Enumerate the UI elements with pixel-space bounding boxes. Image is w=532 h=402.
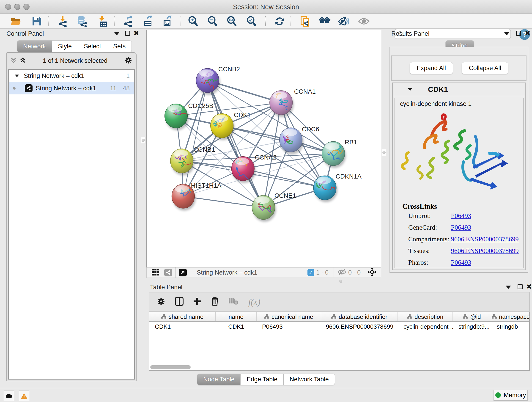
houses-icon[interactable]: [318, 16, 331, 27]
delete-table-icon[interactable]: [228, 298, 238, 306]
create-column-icon[interactable]: [193, 297, 202, 307]
birds-eye-icon[interactable]: [367, 268, 377, 278]
network-share-icon[interactable]: [164, 269, 172, 276]
column-header-canonical-name[interactable]: canonical name: [257, 312, 321, 321]
float-panel-icon[interactable]: [125, 31, 130, 36]
right-splitter-handle[interactable]: [382, 149, 386, 156]
crosslink-link[interactable]: P06493: [451, 224, 471, 231]
collapse-all-button[interactable]: Collapse All: [462, 62, 508, 74]
float-panel-icon[interactable]: [518, 284, 523, 289]
crosslink-row: Compartments:9606.ENSP00000378699: [408, 235, 523, 243]
export-image-icon[interactable]: [161, 16, 174, 27]
hide-selected-eye-icon[interactable]: [337, 16, 350, 27]
cloud-button[interactable]: [4, 390, 14, 401]
float-panel-icon[interactable]: [516, 31, 521, 36]
panel-menu-icon[interactable]: [114, 32, 120, 35]
table-settings-gear-icon[interactable]: [157, 297, 165, 307]
close-panel-icon[interactable]: ✖: [133, 31, 139, 36]
crosslinks-list: Uniprot:P06493GeneCard:P06493Compartment…: [394, 212, 523, 266]
close-panel-icon[interactable]: ✖: [525, 31, 530, 36]
tree-expand-icon[interactable]: [15, 75, 19, 77]
table-row[interactable]: CDK1CDK1P064939606.ENSP00000378699cyclin…: [149, 322, 529, 332]
network-row[interactable]: String Network – cdk1 11 48: [9, 82, 134, 95]
column-header-description[interactable]: description: [398, 312, 453, 321]
open-in-window-icon[interactable]: [179, 269, 187, 276]
grid-view-icon[interactable]: [152, 268, 160, 277]
expand-all-button[interactable]: Expand All: [410, 62, 453, 74]
table-toolbar: f(x): [149, 292, 530, 312]
delete-column-trash-icon[interactable]: [211, 297, 219, 307]
network-graph[interactable]: CCNB2CCNA1CDC25BCDK1CDC6RB1CCNB1CCNA2CDK…: [147, 30, 381, 267]
horizontal-scrollbar[interactable]: [150, 365, 528, 370]
table-cell[interactable]: cyclin-dependent ...: [398, 322, 453, 332]
network-node-CCNA1[interactable]: CCNA1: [270, 88, 316, 117]
gear-icon[interactable]: [124, 56, 133, 65]
column-header-shared-name[interactable]: shared name: [149, 312, 216, 321]
network-collection-row[interactable]: String Network – cdk1 1: [9, 70, 134, 82]
tab-sets[interactable]: Sets: [107, 40, 132, 52]
export-network-icon[interactable]: [122, 16, 135, 27]
zoom-fit-icon[interactable]: [225, 16, 238, 27]
tab-style[interactable]: Style: [52, 40, 78, 52]
network-canvas[interactable]: CCNB2CCNA1CDC25BCDK1CDC6RB1CCNB1CCNA2CDK…: [146, 30, 381, 268]
panel-menu-icon[interactable]: [504, 32, 510, 35]
column-header-database-identifier[interactable]: database identifier: [321, 312, 398, 321]
node-label: CDC25B: [188, 102, 213, 109]
toolbar-separator: [291, 16, 291, 26]
table-cell[interactable]: stringdb:9...: [453, 322, 491, 332]
tab-node-table[interactable]: Node Table: [197, 374, 241, 385]
import-network-file-icon[interactable]: [56, 16, 69, 27]
clone-network-icon[interactable]: [299, 16, 312, 27]
tab-edge-table[interactable]: Edge Table: [241, 374, 284, 385]
show-columns-icon[interactable]: [175, 297, 184, 307]
scrollbar-thumb[interactable]: [150, 365, 191, 369]
collapse-all-icon[interactable]: [10, 57, 17, 65]
crosslink-link[interactable]: 9606.ENSP00000378699: [451, 235, 519, 243]
memory-button[interactable]: Memory: [494, 390, 528, 401]
table-cell[interactable]: CDK1: [149, 322, 216, 332]
tab-network[interactable]: Network: [17, 40, 52, 52]
table-panel-header: Table Panel ✖: [150, 284, 530, 292]
show-hidden-eye-icon[interactable]: [357, 16, 370, 27]
crosslink-link[interactable]: 9606.ENSP00000378699: [451, 247, 519, 255]
crosslink-link[interactable]: P06493: [451, 259, 471, 266]
tab-network-table[interactable]: Network Table: [284, 374, 335, 385]
column-header-namespace[interactable]: namespace: [491, 312, 530, 321]
import-network-database-icon[interactable]: [75, 16, 88, 27]
network-node-CDC6[interactable]: CDC6: [279, 126, 319, 154]
close-panel-icon[interactable]: ✖: [526, 284, 532, 289]
tab-select[interactable]: Select: [78, 40, 107, 52]
network-node-CCNE1[interactable]: CCNE1: [252, 192, 296, 222]
zoom-in-icon[interactable]: [187, 16, 200, 27]
table-cell[interactable]: CDK1: [216, 322, 257, 332]
bottom-splitter-handle[interactable]: [337, 279, 344, 283]
function-builder-icon[interactable]: f(x): [248, 297, 260, 307]
export-table-icon[interactable]: [141, 16, 154, 27]
network-node-RB1[interactable]: RB1: [322, 139, 357, 168]
left-splitter-handle[interactable]: [141, 137, 146, 144]
network-node-HIST1H1A[interactable]: HIST1H1A: [172, 182, 222, 211]
panel-menu-icon[interactable]: [506, 286, 511, 289]
column-header-@id[interactable]: @id: [453, 312, 491, 321]
shared-column-icon: [161, 313, 166, 320]
warnings-button[interactable]: [19, 390, 29, 401]
table-cell[interactable]: stringdb: [491, 322, 530, 332]
network-selection-status: 1 of 1 Network selected: [26, 57, 124, 64]
column-header-name[interactable]: name: [216, 312, 257, 321]
apply-layout-icon[interactable]: [273, 16, 286, 27]
collapse-section-icon[interactable]: [408, 88, 413, 91]
gene-section-header[interactable]: CDK1: [393, 83, 525, 96]
network-node-CDKN1A[interactable]: CDKN1A: [313, 173, 361, 202]
expand-all-icon[interactable]: [19, 57, 26, 65]
zoom-out-icon[interactable]: [206, 16, 219, 27]
table-cell[interactable]: 9606.ENSP00000378699: [321, 322, 398, 332]
network-node-CDK1[interactable]: CDK1: [210, 111, 251, 140]
table-cell[interactable]: P06493: [257, 322, 321, 332]
open-folder-icon[interactable]: [10, 16, 22, 27]
zoom-selected-icon[interactable]: [245, 16, 258, 27]
hidden-eye-icon[interactable]: [337, 269, 346, 276]
save-session-icon[interactable]: [30, 16, 43, 27]
selected-nodes-checkbox[interactable]: ✓: [307, 269, 314, 276]
import-table-icon[interactable]: [96, 16, 109, 27]
crosslink-link[interactable]: P06493: [451, 212, 471, 220]
